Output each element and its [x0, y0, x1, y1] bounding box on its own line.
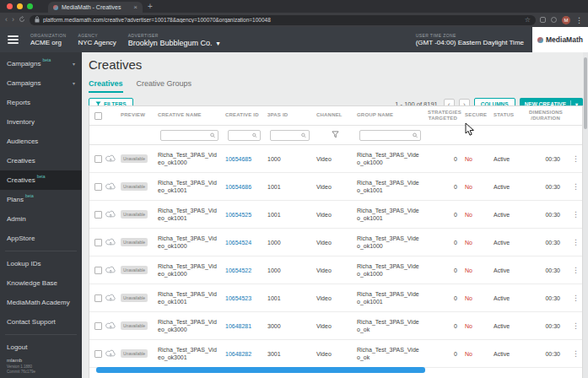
row-checkbox[interactable]: [94, 239, 102, 246]
table-row[interactable]: Unavailable Richa_Test_3PAS_Video_ok1001…: [89, 284, 582, 312]
table-row[interactable]: Unavailable Richa_Test_3PAS_Video_ok1000…: [89, 256, 582, 284]
table-row[interactable]: Unavailable Richa_Test_3PAS_Video_ok1000…: [89, 229, 582, 256]
3pas-id-filter-input[interactable]: [273, 132, 301, 138]
sidebar-item-mediamath-academy[interactable]: MediaMath Academy: [0, 293, 82, 312]
row-checkbox[interactable]: [94, 322, 102, 330]
select-all-checkbox[interactable]: [94, 112, 102, 120]
chevron-down-icon[interactable]: ▾: [216, 40, 219, 47]
col-group-name[interactable]: GROUP NAME: [354, 112, 425, 118]
browser-tab[interactable]: MediaMath - Creatives ×: [48, 2, 143, 13]
cloud-upload-icon[interactable]: [105, 210, 116, 219]
back-icon[interactable]: ‹: [5, 16, 8, 24]
page-scrollbar-thumb[interactable]: [584, 57, 587, 129]
cloud-upload-icon[interactable]: [105, 266, 116, 274]
group-name-filter-input[interactable]: [363, 132, 413, 138]
row-checkbox[interactable]: [94, 155, 102, 163]
row-checkbox[interactable]: [94, 267, 102, 274]
table-row[interactable]: Unavailable Richa_Test_3PAS_Video_ok1001…: [89, 201, 582, 229]
channel-value: Video: [314, 240, 354, 246]
col-status[interactable]: STATUS: [491, 112, 526, 118]
table-row[interactable]: Unavailable Richa_Test_3PAS_Video_ok1000…: [89, 145, 582, 173]
sidebar-item-logout[interactable]: Logout: [0, 338, 82, 357]
row-menu-icon[interactable]: ⋮: [565, 349, 583, 358]
window-minimize-button[interactable]: [17, 3, 23, 9]
creative-id-filter-input[interactable]: [231, 132, 252, 138]
browser-toolbar-icon[interactable]: [540, 17, 546, 23]
creative-name-filter-input[interactable]: [164, 132, 210, 138]
window-zoom-button[interactable]: [27, 3, 33, 9]
preview-unavailable-badge: Unavailable: [121, 321, 148, 330]
bookmark-star-icon[interactable]: ☆: [525, 16, 531, 24]
creative-id-link[interactable]: 10648282: [225, 351, 251, 357]
agency-selector[interactable]: AGENCY NYC Agency: [78, 33, 116, 46]
col-channel[interactable]: CHANNEL: [314, 112, 354, 118]
sidebar-item-admin[interactable]: Admin: [0, 209, 82, 229]
table-row[interactable]: Unavailable Richa_Test_3PAS_Video_ok3000…: [89, 312, 582, 340]
row-menu-icon[interactable]: ⋮: [565, 154, 583, 163]
page-scrollbar[interactable]: [583, 52, 588, 378]
col-preview[interactable]: PREVIEW: [118, 112, 155, 118]
tab-creative-groups[interactable]: Creative Groups: [137, 79, 192, 93]
row-checkbox[interactable]: [94, 350, 102, 358]
browser-profile-avatar[interactable]: M: [562, 16, 570, 24]
tab-creatives[interactable]: Creatives: [89, 79, 123, 93]
reload-icon[interactable]: [19, 16, 25, 24]
row-menu-icon[interactable]: ⋮: [565, 294, 583, 302]
col-strategies-targeted[interactable]: STRATEGIES TARGETED: [425, 110, 462, 122]
sidebar-item-inventory[interactable]: Inventory: [0, 112, 82, 132]
cloud-upload-icon[interactable]: [105, 154, 116, 163]
sidebar-item-audiences[interactable]: Audiences: [0, 132, 82, 151]
row-checkbox[interactable]: [94, 183, 102, 191]
row-checkbox[interactable]: [94, 211, 102, 219]
creative-id-link[interactable]: 10654523: [225, 295, 251, 301]
creative-id-link[interactable]: 10654686: [225, 184, 251, 190]
sidebar-item-lookup-ids[interactable]: Lookup IDs: [0, 254, 82, 273]
row-menu-icon[interactable]: ⋮: [565, 321, 583, 330]
window-close-button[interactable]: [7, 3, 13, 9]
row-menu-icon[interactable]: ⋮: [565, 210, 583, 219]
url-bar[interactable]: platform.mediamath.com/creative?advertis…: [30, 15, 536, 25]
browser-menu-icon[interactable]: ⋮: [575, 16, 583, 24]
horizontal-scrollbar-thumb[interactable]: [96, 367, 425, 373]
col-3pas-id[interactable]: 3PAS ID: [265, 112, 314, 118]
creative-id-link[interactable]: 10648281: [225, 323, 251, 329]
cloud-upload-icon[interactable]: [105, 238, 116, 246]
sidebar-item-knowledge-base[interactable]: Knowledge Base: [0, 273, 82, 293]
sidebar-item-creatives-beta[interactable]: Creativesbeta: [0, 170, 82, 190]
sidebar-item-creatives[interactable]: Creatives: [0, 151, 82, 170]
sidebar-item-plans-beta[interactable]: Plansbeta: [0, 190, 82, 209]
tab-close-icon[interactable]: ×: [133, 3, 138, 11]
cloud-upload-icon[interactable]: [105, 182, 116, 191]
advertiser-selector[interactable]: ADVERTISER Brooklyn Bubblegum Co.▾: [128, 33, 220, 47]
col-creative-name[interactable]: CREATIVE NAME: [155, 112, 223, 118]
cloud-upload-icon[interactable]: [105, 321, 116, 330]
organization-selector[interactable]: ORGANIZATION ACME org: [30, 33, 67, 46]
table-row[interactable]: Unavailable Richa_Test_3PAS_Video_ok1001…: [89, 173, 582, 201]
sidebar-item-campaigns-beta[interactable]: Campaignsbeta ▾: [0, 54, 82, 73]
channel-filter-funnel-icon[interactable]: [332, 131, 339, 138]
creative-id-link[interactable]: 10654524: [225, 240, 251, 246]
col-secure[interactable]: SECURE: [462, 112, 491, 118]
sidebar-item-contact-support[interactable]: Contact Support: [0, 312, 82, 332]
creative-id-link[interactable]: 10654525: [225, 212, 251, 218]
new-tab-button[interactable]: +: [148, 2, 153, 13]
status-value: Active: [491, 184, 526, 190]
forward-icon[interactable]: ›: [12, 16, 14, 24]
creative-id-link[interactable]: 10654685: [225, 156, 251, 162]
preview-unavailable-badge: Unavailable: [121, 154, 148, 163]
sidebar-item-appstore[interactable]: AppStore: [0, 229, 82, 248]
hamburger-menu-icon[interactable]: [8, 35, 19, 44]
sidebar-item-reports[interactable]: Reports: [0, 93, 82, 112]
browser-toolbar-icon[interactable]: [551, 17, 557, 23]
row-menu-icon[interactable]: ⋮: [565, 238, 583, 246]
creative-id-link[interactable]: 10654522: [225, 267, 251, 273]
cloud-upload-icon[interactable]: [105, 349, 116, 358]
row-menu-icon[interactable]: ⋮: [565, 266, 583, 274]
col-creative-id[interactable]: CREATIVE ID: [223, 112, 265, 118]
table-row[interactable]: Unavailable Richa_Test_3PAS_Video_ok3001…: [89, 340, 582, 368]
cloud-upload-icon[interactable]: [105, 294, 116, 302]
col-dimensions-duration[interactable]: DIMENSIONS /DURATION: [526, 110, 565, 122]
row-checkbox[interactable]: [94, 294, 102, 302]
row-menu-icon[interactable]: ⋮: [565, 182, 583, 191]
sidebar-item-campaigns[interactable]: Campaigns ▾: [0, 73, 82, 93]
